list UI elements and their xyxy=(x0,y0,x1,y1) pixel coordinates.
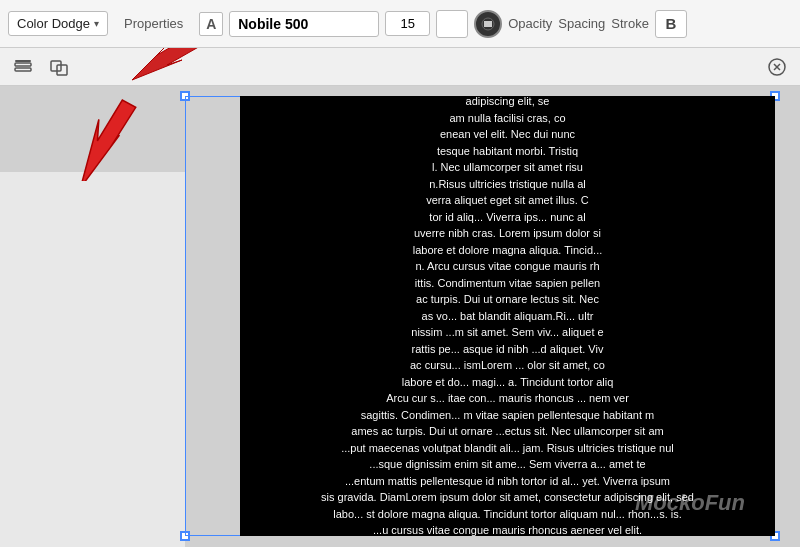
svg-rect-4 xyxy=(15,63,31,66)
canvas-area: adipiscing elit, se am nulla facilisi cr… xyxy=(0,86,800,547)
stroke-label: Stroke xyxy=(611,16,649,31)
align-icon xyxy=(481,17,495,31)
blend-mode-arrow: ▾ xyxy=(94,18,99,29)
properties-button[interactable]: Properties xyxy=(114,12,193,35)
svg-marker-13 xyxy=(53,96,157,181)
portrait-image: adipiscing elit, se am nulla facilisi cr… xyxy=(240,96,775,536)
font-name-input[interactable] xyxy=(229,11,379,37)
opacity-label: Opacity xyxy=(508,16,552,31)
secondary-toolbar xyxy=(0,48,800,86)
close-icon[interactable] xyxy=(764,54,790,80)
selection-handle-bl[interactable] xyxy=(180,531,190,541)
font-size-input[interactable] xyxy=(385,11,430,36)
left-sidebar xyxy=(0,172,185,547)
text-line-1: adipiscing elit, se am nulla facilisi cr… xyxy=(321,96,694,536)
blend-layers-icon[interactable] xyxy=(46,54,72,80)
bold-button[interactable]: B xyxy=(655,10,687,38)
text-align-button[interactable] xyxy=(474,10,502,38)
portrait-text-content: adipiscing elit, se am nulla facilisi cr… xyxy=(240,96,775,536)
svg-rect-8 xyxy=(57,65,67,75)
main-toolbar: Color Dodge ▾ Properties A Opacity Spaci… xyxy=(0,0,800,48)
svg-rect-5 xyxy=(15,68,31,71)
svg-rect-7 xyxy=(51,61,61,71)
blend-mode-dropdown[interactable]: Color Dodge ▾ xyxy=(8,11,108,36)
svg-rect-6 xyxy=(15,60,31,62)
watermark: MockoFun xyxy=(635,490,745,516)
color-swatch[interactable] xyxy=(436,10,468,38)
selection-handle-tl[interactable] xyxy=(180,91,190,101)
blend-mode-label: Color Dodge xyxy=(17,16,90,31)
spacing-label: Spacing xyxy=(558,16,605,31)
layers-icon[interactable] xyxy=(10,54,36,80)
font-icon: A xyxy=(199,12,223,36)
big-arrow-annotation xyxy=(30,91,210,181)
canvas-selection[interactable]: adipiscing elit, se am nulla facilisi cr… xyxy=(185,96,775,536)
